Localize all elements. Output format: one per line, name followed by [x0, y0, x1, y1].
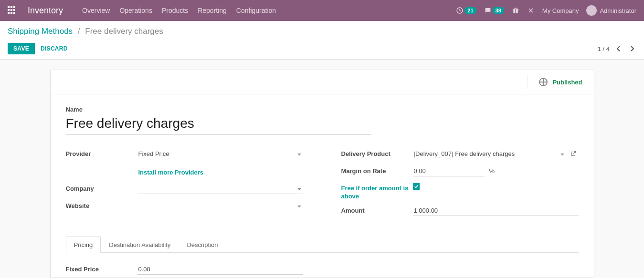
pager: 1 / 4 — [598, 44, 636, 53]
nav-configuration[interactable]: Configuration — [236, 5, 276, 16]
breadcrumb-root[interactable]: Shipping Methods — [8, 27, 73, 36]
nav-overview[interactable]: Overview — [82, 5, 110, 16]
nav-products[interactable]: Products — [162, 5, 188, 16]
save-button[interactable]: SAVE — [8, 43, 35, 54]
nav-operations[interactable]: Operations — [119, 5, 152, 16]
gift-icon[interactable] — [512, 7, 519, 14]
breadcrumb-current: Free delivery charges — [85, 27, 163, 36]
top-right: 21 38 My Company Administrator — [456, 5, 636, 16]
svg-rect-3 — [515, 9, 516, 13]
discard-button[interactable]: DISCARD — [35, 43, 74, 54]
control-row: SAVE DISCARD 1 / 4 — [8, 43, 636, 54]
company-switcher[interactable]: My Company — [542, 7, 579, 14]
activities-button[interactable]: 21 — [456, 7, 476, 14]
avatar-icon — [586, 5, 597, 16]
svg-point-5 — [516, 8, 517, 10]
messages-button[interactable]: 38 — [484, 7, 504, 14]
top-nav: Overview Operations Products Reporting C… — [82, 5, 276, 16]
pager-prev[interactable] — [614, 44, 623, 53]
breadcrumb: Shipping Methods / Free delivery charges — [8, 27, 636, 36]
messages-badge: 38 — [493, 7, 504, 14]
pager-value[interactable]: 1 / 4 — [598, 45, 610, 52]
top-navbar: Inventory Overview Operations Products R… — [0, 0, 644, 21]
nav-reporting[interactable]: Reporting — [198, 5, 227, 16]
svg-point-4 — [514, 8, 516, 10]
activities-badge: 21 — [465, 7, 476, 14]
apps-icon[interactable] — [8, 6, 16, 15]
user-menu[interactable]: Administrator — [586, 5, 636, 16]
app-name[interactable]: Inventory — [28, 6, 63, 16]
control-panel: Shipping Methods / Free delivery charges… — [0, 21, 644, 60]
pager-next[interactable] — [628, 44, 636, 53]
tools-icon[interactable] — [527, 7, 535, 14]
